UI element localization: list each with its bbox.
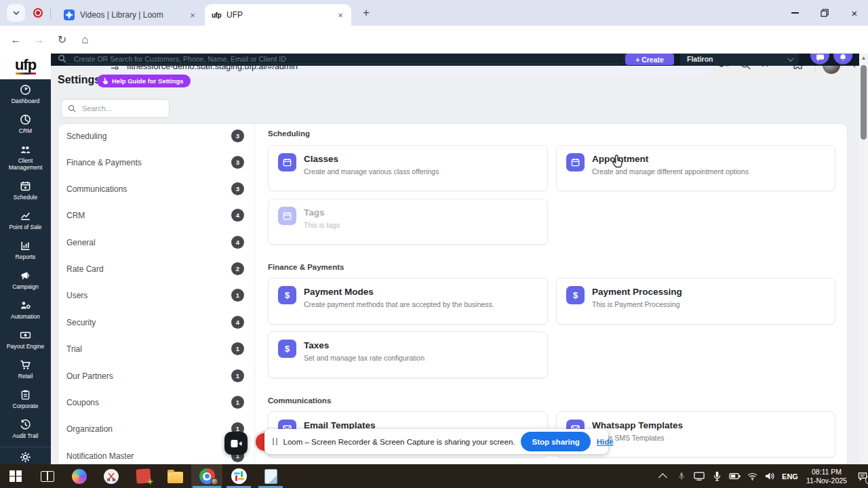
card-payment-processing[interactable]: $ Payment ProcessingThis is Payment Proc… — [556, 278, 835, 325]
snipping-tool-button[interactable] — [96, 464, 127, 488]
window-minimize-button[interactable] — [780, 0, 810, 26]
sidebar-item-reports[interactable]: Reports — [0, 235, 51, 265]
sidebar-item-client-management[interactable]: Client Management — [0, 139, 51, 176]
page-title: Settings — [58, 74, 100, 86]
category-users[interactable]: Users1 — [58, 282, 255, 308]
start-button[interactable] — [0, 464, 31, 488]
settings-panel: Scheduling3 Finance & Payments3 Communic… — [58, 123, 848, 464]
tab-title: Videos | Library | Loom — [80, 10, 187, 20]
bell-icon — [839, 54, 847, 62]
category-our-partners[interactable]: Our Partners1 — [58, 363, 255, 389]
battery-icon[interactable] — [726, 464, 743, 488]
page-scrollbar[interactable]: ▲ — [859, 54, 868, 464]
count-badge: 1 — [231, 342, 244, 355]
wifi-icon[interactable] — [743, 464, 761, 488]
recording-indicator-icon[interactable] — [33, 8, 43, 18]
category-finance-payments[interactable]: Finance & Payments3 — [58, 149, 255, 176]
sidebar-settings-button[interactable] — [0, 451, 51, 463]
back-button[interactable]: ← — [7, 30, 25, 49]
category-security[interactable]: Security4 — [58, 309, 255, 336]
branch-selector[interactable]: Flatiron — [680, 54, 799, 65]
sidebar-item-schedule[interactable]: Schedule — [0, 176, 51, 205]
file-explorer-button[interactable] — [159, 464, 191, 488]
new-tab-button[interactable]: + — [359, 6, 373, 20]
tab-close-icon[interactable]: × — [187, 9, 198, 20]
category-coupons[interactable]: Coupons1 — [58, 389, 255, 415]
section-title-communications: Communications — [268, 396, 331, 405]
category-crm[interactable]: CRM4 — [58, 202, 255, 228]
notification-center-button[interactable]: 1 — [852, 464, 868, 488]
sidebar-item-campaign[interactable]: Campaign — [0, 265, 51, 295]
card-payment-modes[interactable]: $ Payment ModesCreate payment methods th… — [268, 278, 548, 325]
banknote-icon — [20, 329, 31, 341]
count-badge: 3 — [231, 182, 244, 195]
card-tags[interactable]: TagsThis is tags — [268, 199, 548, 245]
taskbar-clock[interactable]: 08:11 PM 11-Nov-2025 — [802, 468, 852, 485]
help-guide-label: Help Guide for Settings — [112, 77, 184, 85]
language-indicator[interactable]: ENG — [778, 464, 802, 488]
category-trial[interactable]: Trial1 — [58, 336, 255, 362]
loom-camera-bubble[interactable] — [224, 432, 248, 455]
scrollbar-thumb[interactable] — [861, 65, 867, 140]
copilot-icon — [72, 469, 87, 484]
drag-handle-icon[interactable] — [273, 438, 277, 445]
category-rate-card[interactable]: Rate Card2 — [58, 256, 255, 282]
scroll-up-arrow[interactable]: ▲ — [859, 55, 868, 61]
restore-icon — [821, 9, 829, 17]
hide-link[interactable]: Hide — [597, 438, 614, 446]
stop-sharing-button[interactable]: Stop sharing — [521, 432, 590, 451]
chevron-up-icon — [658, 473, 667, 482]
cart-icon — [20, 359, 31, 371]
create-button[interactable]: + Create — [625, 54, 674, 65]
ufp-logo[interactable]: ufp — [0, 54, 51, 79]
card-appointment[interactable]: AppointmentCreate and manage different a… — [556, 145, 835, 191]
slack-button[interactable] — [223, 464, 254, 488]
count-badge: 2 — [231, 262, 244, 275]
report-icon — [20, 240, 31, 251]
copilot-button[interactable] — [64, 464, 95, 488]
card-taxes[interactable]: $ TaxesSet and manage tax rate configura… — [268, 331, 548, 378]
sidebar-item-corporate[interactable]: Corporate — [0, 384, 51, 414]
category-general[interactable]: General4 — [58, 229, 255, 256]
sticky-notes-button[interactable] — [127, 464, 159, 488]
sidebar-item-payout-engine[interactable]: Payout Engine — [0, 325, 51, 354]
gear-icon — [20, 451, 31, 463]
chrome-button[interactable] — [191, 464, 222, 488]
task-view-button[interactable] — [32, 464, 63, 488]
sidebar-item-retail[interactable]: Retail — [0, 354, 51, 384]
category-scheduling[interactable]: Scheduling3 — [58, 123, 255, 149]
tray-expand-button[interactable] — [655, 464, 673, 488]
window-restore-button[interactable] — [810, 0, 840, 26]
sidebar-item-crm[interactable]: CRM — [0, 109, 51, 139]
sidebar-item-automation[interactable]: Automation — [0, 295, 51, 325]
volume-icon[interactable] — [761, 464, 778, 488]
sidebar-item-point-of-sale[interactable]: Point of Sale — [0, 205, 51, 235]
tab-search-button[interactable] — [7, 4, 25, 22]
window-close-button[interactable]: × — [840, 0, 868, 26]
date: 11-Nov-2025 — [806, 476, 847, 485]
home-button[interactable]: ⌂ — [76, 30, 94, 49]
automation-icon — [20, 300, 31, 311]
messages-button[interactable] — [810, 54, 829, 64]
mic-muted-icon[interactable] — [673, 464, 690, 488]
windows-taskbar: ENG 08:11 PM 11-Nov-2025 1 — [0, 464, 868, 488]
rewards-button[interactable] — [833, 54, 852, 64]
sidebar-item-audit-trail[interactable]: Audit Trail — [0, 414, 51, 444]
cast-icon[interactable] — [690, 464, 708, 488]
card-classes[interactable]: ClassesCreate and manage various class o… — [268, 145, 548, 191]
category-communications[interactable]: Communications3 — [58, 176, 255, 202]
tab-ufp[interactable]: ufp UFP × — [205, 4, 351, 26]
tab-close-icon[interactable]: × — [335, 9, 346, 20]
microphone-icon[interactable] — [708, 464, 726, 488]
settings-search[interactable] — [61, 99, 170, 118]
tab-loom[interactable]: Videos | Library | Loom × — [57, 4, 203, 26]
help-guide-badge[interactable]: Help Guide for Settings — [97, 75, 191, 87]
reload-button[interactable]: ↻ — [53, 30, 71, 49]
forward-button[interactable]: → — [30, 30, 48, 49]
hand-cursor — [611, 154, 623, 169]
windows-icon — [9, 470, 22, 483]
settings-search-input[interactable] — [81, 104, 155, 113]
app-sidebar: ufp Dashboard CRM Client Management Sche… — [0, 54, 51, 464]
sidebar-item-dashboard[interactable]: Dashboard — [0, 79, 51, 109]
notepad-button[interactable] — [255, 464, 286, 488]
